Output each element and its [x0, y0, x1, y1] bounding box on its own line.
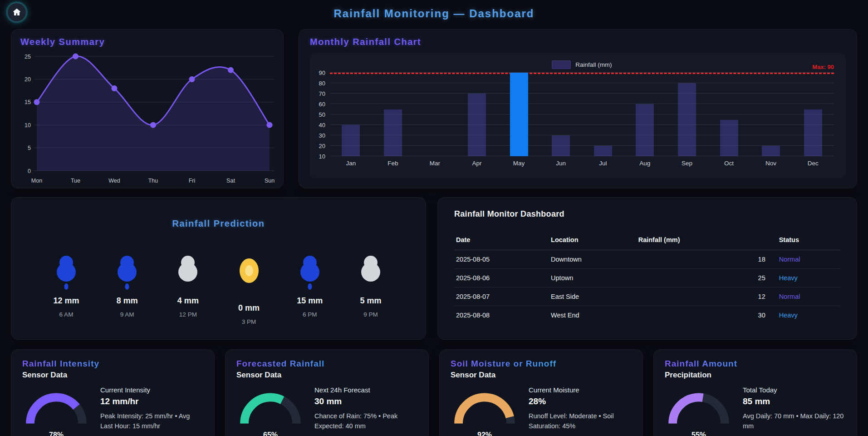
legend-label: Rainfall (mm)	[575, 61, 612, 68]
weekly-data-point	[150, 122, 156, 128]
prediction-item: 12 mm6 AM	[41, 251, 91, 325]
table-cell-col-loc: East Side	[549, 287, 637, 306]
table-cell-col-status: Heavy	[777, 269, 840, 287]
prediction-item: 4 mm12 PM	[163, 251, 213, 325]
sensor-metrics: Total Today85 mmAvg Daily: 70 mm • Max D…	[743, 386, 846, 431]
weekly-xtick: Sat	[226, 178, 235, 184]
monthly-gridline	[330, 83, 834, 83]
cloud-icon	[358, 251, 383, 292]
month-label: Sep	[666, 160, 708, 167]
monthly-gridline	[330, 114, 834, 114]
gauge-arc	[665, 386, 733, 428]
prediction-amount: 15 mm	[297, 296, 323, 306]
monthly-gridline	[330, 156, 834, 156]
sensor-card: Rainfall IntensitySensor Data78%Current …	[11, 349, 215, 436]
month-label: Aug	[624, 160, 666, 167]
weekly-summary-chart[interactable]: 0510152025MonTueWedThuFriSatSun	[20, 50, 275, 184]
month-label: Dec	[792, 160, 834, 167]
metric-label: Current Moisture	[529, 386, 632, 394]
monthly-ytick: 40	[319, 122, 330, 129]
monthly-chart-panel: Rainfall (mm) Max: 90 102030405060708090…	[310, 53, 846, 178]
table-header-col-date: Date	[454, 231, 549, 250]
metric-label: Next 24h Forecast	[314, 386, 417, 394]
rainfall-prediction-title: Rainfall Prediction	[22, 218, 415, 229]
rain-cloud-icon	[54, 251, 79, 292]
bar-Nov	[762, 146, 780, 156]
monthly-rainfall-card: Monthly Rainfall Chart Rainfall (mm) Max…	[299, 29, 857, 188]
sensor-card-title: Rainfall Amount	[665, 359, 846, 369]
gauge-percent-label: 78%	[22, 431, 90, 436]
table-cell-col-loc: West End	[549, 306, 637, 325]
prediction-time: 9 AM	[120, 311, 134, 318]
prediction-time: 6 PM	[303, 311, 317, 318]
metric-value: 85 mm	[743, 396, 846, 406]
header: Rainfall Monitoring — Dashboard	[11, 0, 857, 26]
month-label: Mar	[414, 160, 456, 167]
month-label: Jul	[582, 160, 624, 167]
weekly-xtick: Fri	[189, 178, 196, 184]
sensor-card-body: 65%Next 24h Forecast30 mmChance of Rain:…	[236, 386, 417, 436]
sensor-card-body: 78%Current Intensity12 mm/hrPeak Intensi…	[22, 386, 203, 436]
table-cell-col-date: 2025-08-07	[454, 287, 549, 306]
metric-value: 12 mm/hr	[100, 396, 203, 406]
monthly-ytick: 20	[319, 143, 330, 149]
table-cell-col-date: 2025-08-08	[454, 306, 549, 325]
table-cell-col-status: Normal	[777, 287, 840, 306]
weekly-data-point	[228, 67, 234, 73]
metric-label: Current Intensity	[100, 386, 203, 394]
prediction-time: 9 PM	[363, 311, 378, 318]
middle-row: Rainfall Prediction 12 mm6 AM8 mm9 AM4 m…	[11, 197, 857, 340]
prediction-time: 3 PM	[242, 318, 256, 325]
bar-Apr	[468, 94, 486, 156]
table-row: 2025-08-06Uptown25Heavy	[454, 269, 840, 287]
table-header-col-loc: Location	[549, 231, 637, 250]
month-label: Nov	[750, 160, 792, 167]
sensor-card-title: Soil Moisture or Runoff	[451, 359, 632, 369]
sensor-card: Rainfall AmountPrecipitation55%Total Tod…	[653, 349, 857, 436]
monthly-ytick: 80	[319, 80, 330, 87]
top-row: Weekly Summary 0510152025MonTueWedThuFri…	[11, 29, 857, 188]
monthly-ytick: 30	[319, 132, 330, 139]
page-title: Rainfall Monitoring — Dashboard	[11, 0, 857, 20]
bar-Sep	[678, 83, 696, 156]
monthly-ytick: 50	[319, 111, 330, 118]
sensor-card-subtitle: Sensor Data	[22, 371, 203, 380]
metric-detail: Chance of Rain: 75% • Peak Expected: 40 …	[314, 411, 417, 431]
table-cell-col-rain: 18	[637, 250, 777, 269]
dashboard-page: Rainfall Monitoring — Dashboard Weekly S…	[0, 0, 868, 436]
month-label: May	[498, 160, 540, 167]
home-button[interactable]	[7, 3, 26, 22]
bar-Jul	[594, 146, 612, 156]
sensor-metrics: Next 24h Forecast30 mmChance of Rain: 75…	[314, 386, 417, 431]
gauge: 92%	[451, 386, 519, 436]
sensor-cards-row: Rainfall IntensitySensor Data78%Current …	[11, 349, 857, 436]
monthly-gridline	[330, 104, 834, 104]
bar-Aug	[636, 104, 654, 156]
weekly-ytick: 10	[25, 122, 31, 129]
sensor-card-body: 55%Total Today85 mmAvg Daily: 70 mm • Ma…	[665, 386, 846, 436]
cloud-icon	[175, 251, 201, 292]
month-label: Apr	[456, 160, 498, 167]
bar-Jan	[342, 125, 360, 156]
table-row: 2025-08-07East Side12Normal	[454, 287, 840, 306]
table-header-row: DateLocationRainfall (mm)Status	[454, 231, 840, 250]
rain-cloud-icon	[297, 251, 323, 292]
table-cell-col-loc: Uptown	[549, 269, 637, 287]
rainfall-prediction-card: Rainfall Prediction 12 mm6 AM8 mm9 AM4 m…	[11, 197, 426, 340]
gauge-arc	[236, 386, 304, 428]
prediction-time: 6 AM	[59, 311, 74, 318]
weekly-data-point	[73, 54, 78, 59]
prediction-time: 12 PM	[179, 311, 197, 318]
monthly-legend: Rainfall (mm)	[330, 58, 834, 71]
bar-Jun	[552, 135, 570, 156]
prediction-amount: 8 mm	[117, 296, 138, 306]
max-threshold-line	[330, 73, 834, 74]
bar-Dec	[804, 109, 822, 157]
table-header-col-rain: Rainfall (mm)	[637, 231, 777, 250]
gauge: 65%	[236, 386, 304, 436]
metric-value: 28%	[529, 396, 632, 406]
sensor-card-body: 92%Current Moisture28%Runoff Level: Mode…	[451, 386, 632, 436]
monthly-rainfall-chart[interactable]: Max: 90 102030405060708090	[330, 73, 834, 156]
table-cell-col-rain: 12	[637, 287, 777, 306]
sensor-card: Soil Moisture or RunoffSensor Data92%Cur…	[439, 349, 643, 436]
